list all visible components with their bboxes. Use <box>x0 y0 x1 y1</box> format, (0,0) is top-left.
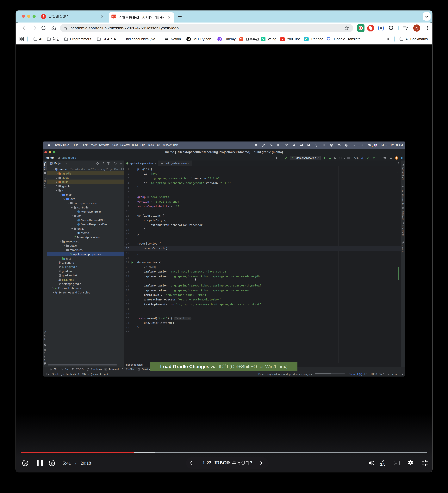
svg-text:G: G <box>327 38 329 40</box>
svg-text:C: C <box>78 219 79 221</box>
svg-text:MD: MD <box>59 280 60 281</box>
svg-text:C: C <box>78 232 79 234</box>
svg-text:x: x <box>329 39 330 41</box>
svg-text:</>: </> <box>112 15 116 18</box>
svg-text:C: C <box>78 211 79 213</box>
svg-text:S: S <box>43 15 45 18</box>
svg-text:C: C <box>78 224 79 225</box>
